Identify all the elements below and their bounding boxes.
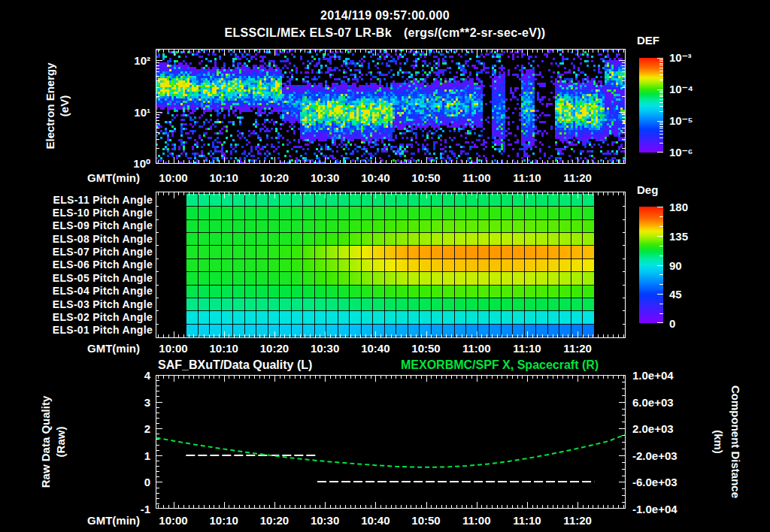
pitch-row-label: ELS-02 Pitch Angle <box>53 311 153 323</box>
pitch-row-label: ELS-06 Pitch Angle <box>53 258 153 271</box>
time-tick-label: 11:10 <box>513 514 541 527</box>
time-tick-label: 10:30 <box>311 171 339 184</box>
deg-colorbar-tick-label: 135 <box>669 229 688 242</box>
pitch-row-label: ELS-07 Pitch Angle <box>53 246 153 258</box>
spectrogram-ylabel-line2: (eV) <box>58 95 71 116</box>
pitch-row-label: ELS-08 Pitch Angle <box>53 233 153 245</box>
time-tick-label: 10:20 <box>260 514 289 527</box>
distance-ytick-label: 2.0e+03 <box>632 422 674 435</box>
time-tick-label: 10:10 <box>210 514 238 527</box>
distance-ytick-label: -6.0e+03 <box>632 476 678 488</box>
time-tick-label: 10:50 <box>411 342 440 355</box>
deg-colorbar-title: Deg <box>637 183 658 196</box>
distance-ytick-label: -1.0e+04 <box>632 503 678 515</box>
time-tick-label: 10:20 <box>260 342 289 355</box>
instrument-title: ELSSCIL/MEx ELS-07 LR-Bk <box>225 26 392 40</box>
spec-ytick-label: 10¹ <box>134 106 150 119</box>
pitch-row-label: ELS-05 Pitch Angle <box>53 272 153 284</box>
time-tick-label: 10:30 <box>311 514 339 527</box>
time-tick-label: 11:10 <box>513 171 541 184</box>
time-tick-label: 10:40 <box>361 342 390 355</box>
time-tick-label: 10:30 <box>311 342 339 355</box>
bottom-ylabel-right-line1: Component Distance <box>729 385 742 498</box>
pitch-row-label: ELS-11 Pitch Angle <box>53 194 153 206</box>
quality-ytick-label: 4 <box>144 369 150 382</box>
time-tick-label: 11:20 <box>563 342 592 355</box>
pitch-row-label: ELS-03 Pitch Angle <box>53 298 153 310</box>
pitch-angle-heatmap-canvas <box>156 192 626 338</box>
quality-ytick-label: -1 <box>141 503 150 515</box>
time-tick-label: 10:20 <box>260 171 289 184</box>
deg-colorbar-tick-label: 0 <box>669 317 675 330</box>
time-tick-label: 11:20 <box>563 171 592 184</box>
def-colorbar-tick-label: 10⁻⁵ <box>669 114 693 128</box>
spec-ytick-label: 10² <box>134 54 150 67</box>
gmt-axis-label-middle: GMT(min) <box>87 342 140 355</box>
time-tick-label: 11:10 <box>513 342 541 355</box>
gmt-axis-label-top: GMT(min) <box>87 171 140 184</box>
bottom-ylabel-right-line2: (km) <box>712 430 725 454</box>
quality-ytick-label: 0 <box>144 476 150 488</box>
time-tick-label: 11:00 <box>462 514 491 527</box>
time-tick-label: 11:00 <box>462 342 491 355</box>
pitch-row-label: ELS-09 Pitch Angle <box>53 219 153 231</box>
time-tick-label: 10:00 <box>159 514 187 527</box>
time-tick-label: 11:00 <box>462 171 491 184</box>
page-title-datetime: 2014/119 09:57:00.000 <box>0 9 770 23</box>
spectrogram-ylabel-line1: Electron Energy <box>44 62 56 149</box>
flux-units-label: (ergs/(cm**2-sr-sec-eV)) <box>404 26 546 40</box>
time-tick-label: 11:20 <box>563 514 592 527</box>
time-tick-label: 10:40 <box>361 514 390 527</box>
spec-ytick-label: 10⁰ <box>133 157 150 171</box>
bottom-ylabel-left-line2: (Raw) <box>54 427 67 458</box>
time-tick-label: 10:50 <box>411 171 440 184</box>
pitch-row-label: ELS-10 Pitch Angle <box>53 207 153 219</box>
pitch-row-label: ELS-04 Pitch Angle <box>53 285 153 297</box>
time-tick-label: 10:00 <box>159 171 187 184</box>
time-tick-label: 10:00 <box>159 342 187 355</box>
def-colorbar-title: DEF <box>637 34 659 47</box>
quality-distance-chart-canvas <box>156 375 626 509</box>
deg-colorbar-tick-label: 180 <box>669 201 688 213</box>
time-tick-label: 10:50 <box>411 514 440 527</box>
quality-ytick-label: 2 <box>144 422 150 435</box>
distance-ytick-label: -2.0e+03 <box>632 449 678 461</box>
quality-ytick-label: 1 <box>144 449 150 461</box>
deg-colorbar <box>639 207 663 323</box>
time-tick-label: 10:10 <box>210 342 238 355</box>
def-colorbar-tick-label: 10⁻⁶ <box>669 146 693 159</box>
deg-colorbar-tick-label: 90 <box>669 258 682 271</box>
electron-spectrogram-canvas <box>156 49 626 164</box>
time-tick-label: 10:10 <box>210 171 238 184</box>
gmt-axis-label-bottom: GMT(min) <box>87 514 140 527</box>
space-physics-plot-page: 2014/119 09:57:00.000 ELSSCIL/MEx ELS-07… <box>0 0 770 532</box>
bottom-title-right: MEXORBMC/SPF X, Spacecraft (R) <box>401 358 599 372</box>
pitch-row-label: ELS-01 Pitch Angle <box>53 324 153 336</box>
deg-colorbar-tick-label: 45 <box>669 288 682 301</box>
def-colorbar-tick-label: 10⁻³ <box>669 51 692 65</box>
def-colorbar <box>639 58 663 153</box>
bottom-title-left: SAF_BXuT/Data Quality (L) <box>158 358 312 372</box>
time-tick-label: 10:40 <box>361 171 390 184</box>
distance-ytick-label: 1.0e+04 <box>632 369 674 382</box>
bottom-ylabel-left-line1: Raw Data Quality <box>39 396 52 488</box>
quality-ytick-label: 3 <box>144 395 150 408</box>
def-colorbar-tick-label: 10⁻⁴ <box>669 83 693 96</box>
distance-ytick-label: 6.0e+03 <box>632 395 674 408</box>
